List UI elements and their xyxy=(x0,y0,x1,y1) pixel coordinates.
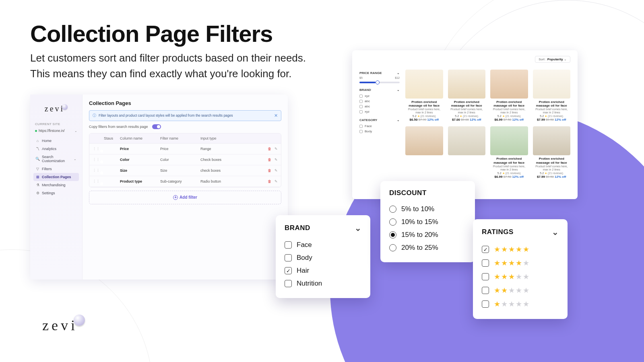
brand-option[interactable]: abc xyxy=(359,104,400,109)
zevi-footer-logo: zevi xyxy=(42,317,85,334)
table-row: ⋮⋮ Color Color Check boxes 🗑 ✎ xyxy=(89,154,281,165)
product-image xyxy=(448,70,486,99)
rating-checkbox-option[interactable]: ★★★★★ xyxy=(482,297,559,311)
collection-icon: ⊞ xyxy=(36,175,39,179)
th-input: Input type xyxy=(200,136,260,140)
brand-header[interactable]: BRAND⌄ xyxy=(359,86,400,93)
admin-page-title: Collection Pages xyxy=(89,100,281,106)
product-image xyxy=(405,126,443,155)
chevron-down-icon: ⌄ xyxy=(397,118,400,122)
product-image xyxy=(490,126,528,155)
table-row: ⋮⋮ Price Price Range 🗑 ✎ xyxy=(89,144,281,154)
category-header[interactable]: CATEGORY⌄ xyxy=(359,117,400,123)
chevron-down-icon: ⌄ xyxy=(74,157,76,161)
trash-icon[interactable]: 🗑 xyxy=(268,147,271,151)
admin-panel: zevi CURRENT SITE https://firstone.in/ ⌄… xyxy=(30,95,288,280)
trash-icon[interactable]: 🗑 xyxy=(268,158,271,162)
nav-filters[interactable]: ▽Filters xyxy=(33,165,79,173)
copy-filters-toggle[interactable] xyxy=(152,124,161,129)
rating-checkbox-option[interactable]: ★★★★★ xyxy=(482,270,559,284)
brand-checkbox-option[interactable]: Nutrition xyxy=(285,277,361,290)
nav-merchandising[interactable]: ⚗Merchandising xyxy=(33,181,79,189)
hero-title: Collection Page Filters xyxy=(30,20,272,47)
current-site-label: CURRENT SITE xyxy=(35,122,77,126)
brand-filter-card: BRAND⌄ FaceBody✓HairNutrition xyxy=(276,215,370,298)
discount-radio-option[interactable]: 10% to 15% xyxy=(389,216,466,228)
close-icon[interactable]: ✕ xyxy=(274,113,278,118)
info-icon: ⓘ xyxy=(93,113,96,117)
admin-sidebar: zevi CURRENT SITE https://firstone.in/ ⌄… xyxy=(30,95,83,280)
discount-filter-card: DISCOUNT 5% to 10%10% to 15%15% to 20%20… xyxy=(380,181,475,262)
chevron-down-icon: ⌄ xyxy=(397,88,400,92)
merch-icon: ⚗ xyxy=(36,183,39,187)
gear-icon: ⚙ xyxy=(36,191,39,195)
table-row: ⋮⋮ Product type Sub-category Radio butto… xyxy=(89,176,281,187)
brand-checkbox-option[interactable]: ✓Hair xyxy=(285,264,361,277)
nav-collection-pages[interactable]: ⊞Collection Pages xyxy=(33,173,79,181)
product-card[interactable]: Protien enriched massage oil for face Pr… xyxy=(533,126,571,178)
pencil-icon[interactable]: ✎ xyxy=(275,147,278,151)
brand-checkbox-option[interactable]: Body xyxy=(285,251,361,264)
product-image xyxy=(533,126,571,155)
add-filter-button[interactable]: +Add filter xyxy=(89,191,281,204)
product-card[interactable]: Protien enriched massage oil for face Pr… xyxy=(533,70,571,121)
product-image xyxy=(448,126,486,155)
brand-option[interactable]: abc xyxy=(359,99,400,104)
search-icon: 🔍 xyxy=(36,157,39,161)
filter-icon: ▽ xyxy=(36,167,39,171)
price-range-header[interactable]: PRICE RANGE⌄ xyxy=(359,70,400,76)
chevron-down-icon[interactable]: ⌄ xyxy=(355,223,362,233)
product-card[interactable] xyxy=(448,126,486,178)
brand-option[interactable]: xyz xyxy=(359,109,400,114)
rating-checkbox-option[interactable]: ★★★★★ xyxy=(482,256,559,270)
rating-checkbox-option[interactable]: ✓★★★★★ xyxy=(482,243,559,256)
storefront-preview: Sort : Popularity ⌄ PRICE RANGE⌄ $5$12 B… xyxy=(352,50,578,199)
chevron-down-icon: ⌄ xyxy=(397,71,400,75)
pencil-icon[interactable]: ✎ xyxy=(275,158,278,162)
chevron-down-icon[interactable]: ⌄ xyxy=(552,227,559,237)
trash-icon[interactable]: 🗑 xyxy=(268,179,271,183)
product-image xyxy=(533,70,571,99)
chevron-down-icon: ⌄ xyxy=(564,58,567,61)
th-column: Column name xyxy=(120,136,160,140)
product-card[interactable]: Protien enriched massage oil for face Pr… xyxy=(448,70,486,121)
product-card[interactable]: Protien enriched massage oil for face Pr… xyxy=(405,70,443,121)
product-image xyxy=(490,70,528,99)
info-banner: ⓘFilter layouts and product card layout … xyxy=(89,110,281,121)
table-row: ⋮⋮ Size Size check boxes 🗑 ✎ xyxy=(89,165,281,176)
filter-table: Staus Column name Filter name Input type… xyxy=(89,133,281,187)
nav-search-customization[interactable]: 🔍Search Customization⌄ xyxy=(33,153,79,165)
nav-home[interactable]: ⌂Home xyxy=(33,137,79,145)
category-option[interactable]: Body xyxy=(359,129,400,134)
product-card[interactable]: Protien enriched massage oil for face Pr… xyxy=(490,70,528,121)
product-image xyxy=(405,70,443,99)
site-selector[interactable]: https://firstone.in/ ⌄ xyxy=(33,128,79,137)
hero-subtitle: Let customers sort and filter products b… xyxy=(30,50,306,82)
rating-checkbox-option[interactable]: ★★★★★ xyxy=(482,284,559,297)
nav-settings[interactable]: ⚙Settings xyxy=(33,189,79,197)
discount-radio-option[interactable]: 5% to 10% xyxy=(389,203,466,216)
zevi-logo: zevi xyxy=(33,99,79,121)
price-slider[interactable] xyxy=(359,82,400,83)
brand-option[interactable]: xyz xyxy=(359,93,400,99)
pencil-icon[interactable]: ✎ xyxy=(275,179,278,183)
th-status: Staus xyxy=(104,136,120,140)
analytics-icon: 〽 xyxy=(36,147,39,151)
pencil-icon[interactable]: ✎ xyxy=(275,169,278,173)
category-option[interactable]: Face xyxy=(359,123,400,129)
nav-analytics[interactable]: 〽Analytics xyxy=(33,145,79,153)
discount-radio-option[interactable]: 20% to 25% xyxy=(389,241,466,254)
copy-filters-label: Copy filters from search results page xyxy=(89,125,148,129)
home-icon: ⌂ xyxy=(36,139,39,143)
discount-radio-option[interactable]: 15% to 20% xyxy=(389,228,466,241)
chevron-down-icon: ⌄ xyxy=(74,129,77,133)
product-card[interactable]: Protien enriched massage oil for face Pr… xyxy=(490,126,528,178)
ratings-filter-card: RATINGS⌄ ✓★★★★★★★★★★★★★★★★★★★★★★★★★ xyxy=(473,219,568,319)
th-filter: Filter name xyxy=(160,136,200,140)
sort-dropdown[interactable]: Sort : Popularity ⌄ xyxy=(535,56,570,63)
trash-icon[interactable]: 🗑 xyxy=(268,169,271,173)
product-card[interactable] xyxy=(405,126,443,178)
brand-checkbox-option[interactable]: Face xyxy=(285,239,361,251)
